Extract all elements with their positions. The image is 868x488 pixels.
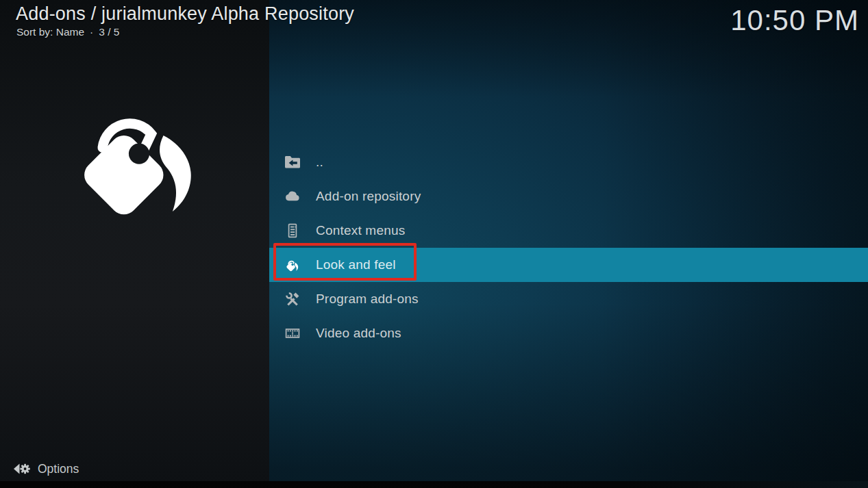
list-item-program-addons[interactable]: Program add-ons [269, 282, 868, 316]
category-art-panel [0, 0, 269, 488]
list-item-label: Video add-ons [316, 326, 401, 341]
list-item-label: Add-on repository [316, 189, 421, 204]
sort-by-label: Sort by: Name [16, 26, 84, 38]
list-item-label: Program add-ons [316, 292, 419, 307]
film-strip-icon [284, 325, 301, 342]
context-menu-icon [284, 222, 301, 239]
addon-list: .. Add-on repository Cont [269, 145, 868, 350]
cloud-icon [284, 188, 301, 205]
tools-icon [284, 291, 301, 307]
list-item-addon-repository[interactable]: Add-on repository [269, 179, 868, 214]
page-title: Add-ons / jurialmunkey Alpha Repository [16, 3, 354, 25]
parent-folder-icon [284, 154, 301, 170]
list-item-label: Context menus [316, 223, 405, 238]
options-gear-icon [12, 460, 31, 478]
options-label: Options [38, 462, 79, 476]
list-item-label: .. [316, 155, 323, 170]
list-item-video-addons[interactable]: Video add-ons [269, 316, 868, 350]
list-item-context-menus[interactable]: Context menus [269, 214, 868, 248]
bottom-strip [0, 481, 868, 488]
position-indicator: 3 / 5 [99, 26, 119, 38]
list-item-parent-folder[interactable]: .. [269, 145, 868, 179]
kodi-addons-screen: Add-ons / jurialmunkey Alpha Repository … [0, 0, 868, 488]
list-item-look-and-feel[interactable]: Look and feel [269, 248, 868, 282]
options-button[interactable]: Options [12, 460, 79, 478]
list-item-label: Look and feel [316, 257, 396, 272]
sort-status: Sort by: Name·3 / 5 [16, 26, 119, 38]
separator-dot: · [90, 26, 93, 38]
paint-bucket-icon [284, 257, 301, 273]
clock: 10:50 PM [730, 4, 859, 37]
paint-bucket-icon [63, 81, 215, 233]
